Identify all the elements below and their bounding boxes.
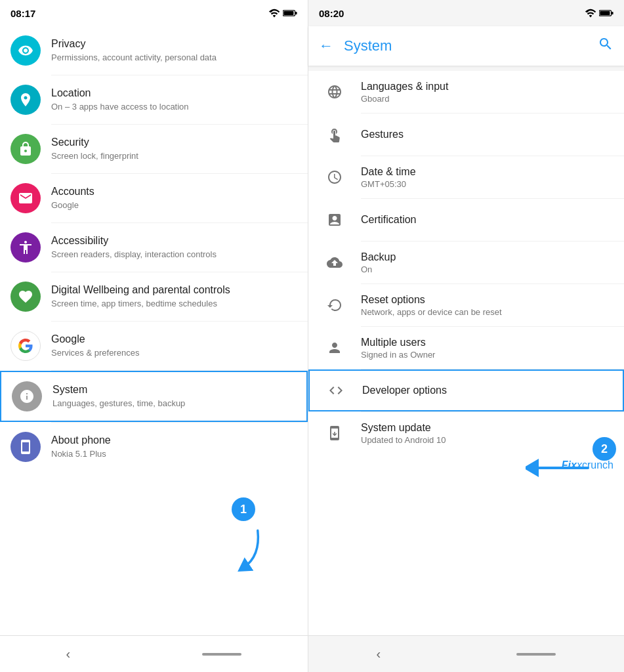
svg-rect-1 bbox=[295, 12, 297, 14]
backup-title: Backup bbox=[361, 251, 396, 263]
sysupdate-subtitle: Updated to Android 10 bbox=[361, 435, 446, 445]
accounts-subtitle: Google bbox=[51, 200, 94, 211]
settings-item-accessibility[interactable]: Accessibility Screen readers, display, i… bbox=[0, 223, 308, 272]
accessibility-subtitle: Screen readers, display, interaction con… bbox=[51, 249, 217, 261]
privacy-text: Privacy Permissions, account activity, p… bbox=[51, 37, 217, 64]
left-bottom-nav: ‹ bbox=[0, 635, 308, 672]
language-icon bbox=[322, 84, 348, 100]
left-back-button[interactable]: ‹ bbox=[66, 646, 71, 662]
right-item-multiuser[interactable]: Multiple users Signed in as Owner bbox=[308, 327, 624, 369]
settings-item-google[interactable]: Google Services & preferences bbox=[0, 322, 308, 370]
datetime-title: Date & time bbox=[361, 166, 416, 178]
settings-item-about[interactable]: About phone Nokia 5.1 Plus bbox=[0, 423, 308, 471]
right-item-certification[interactable]: Certification bbox=[308, 199, 624, 241]
right-status-bar: 08:20 bbox=[308, 0, 624, 26]
backup-icon bbox=[322, 255, 348, 270]
system-title: System bbox=[52, 383, 185, 397]
certification-icon bbox=[322, 212, 348, 228]
about-icon bbox=[18, 439, 33, 455]
left-status-bar: 08:17 bbox=[0, 0, 308, 26]
security-text: Security Screen lock, fingerprint bbox=[51, 136, 138, 162]
developer-text: Developer options bbox=[362, 385, 447, 396]
annotation-circle-2: 2 bbox=[593, 437, 616, 461]
right-back-button[interactable]: ← bbox=[319, 37, 333, 54]
system-icon-bg bbox=[12, 381, 42, 411]
settings-item-wellbeing[interactable]: Digital Wellbeing and parental controls … bbox=[0, 272, 308, 321]
datetime-subtitle: GMT+05:30 bbox=[361, 179, 416, 189]
right-time: 08:20 bbox=[319, 8, 344, 19]
wellbeing-icon-bg bbox=[10, 282, 41, 312]
right-header: ← System bbox=[308, 26, 624, 66]
certification-title: Certification bbox=[361, 214, 416, 226]
privacy-subtitle: Permissions, account activity, personal … bbox=[51, 52, 217, 64]
svg-rect-5 bbox=[612, 12, 614, 14]
right-item-reset[interactable]: Reset options Network, apps or device ca… bbox=[308, 284, 624, 326]
accessibility-title: Accessibility bbox=[51, 234, 217, 248]
wifi-icon bbox=[268, 9, 280, 18]
wellbeing-text: Digital Wellbeing and parental controls … bbox=[51, 284, 230, 310]
accessibility-text: Accessibility Screen readers, display, i… bbox=[51, 234, 217, 261]
wellbeing-subtitle: Screen time, app timers, bedtime schedul… bbox=[51, 299, 230, 310]
right-wifi-icon bbox=[585, 9, 596, 18]
system-icon bbox=[19, 388, 35, 404]
security-icon-bg bbox=[10, 134, 41, 164]
security-icon bbox=[18, 141, 33, 157]
google-title: Google bbox=[51, 333, 139, 346]
gestures-icon bbox=[322, 127, 348, 142]
gestures-title: Gestures bbox=[361, 129, 404, 140]
annotation-arrow-2 bbox=[526, 458, 591, 478]
google-icon-bg bbox=[10, 331, 41, 361]
location-title: Location bbox=[51, 87, 189, 100]
reset-text: Reset options Network, apps or device ca… bbox=[361, 294, 502, 317]
right-item-developer[interactable]: Developer options bbox=[308, 369, 624, 411]
settings-item-privacy[interactable]: Privacy Permissions, account activity, p… bbox=[0, 26, 308, 75]
location-subtitle: On – 3 apps have access to location bbox=[51, 102, 189, 113]
settings-item-accounts[interactable]: Accounts Google bbox=[0, 174, 308, 222]
google-text: Google Services & preferences bbox=[51, 333, 139, 359]
right-item-backup[interactable]: Backup On bbox=[308, 242, 624, 284]
right-item-languages[interactable]: Languages & input Gboard bbox=[308, 71, 624, 113]
left-panel: 08:17 Privacy Permissions, bbox=[0, 0, 308, 672]
right-item-datetime[interactable]: Date & time GMT+05:30 bbox=[308, 156, 624, 198]
developer-icon bbox=[323, 383, 349, 398]
right-search-button[interactable] bbox=[598, 36, 614, 56]
left-home-indicator bbox=[202, 653, 241, 656]
about-subtitle: Nokia 5.1 Plus bbox=[51, 449, 111, 460]
languages-subtitle: Gboard bbox=[361, 94, 448, 104]
accessibility-icon bbox=[18, 240, 33, 255]
eye-icon bbox=[18, 43, 33, 58]
multiuser-subtitle: Signed in as Owner bbox=[361, 350, 435, 360]
annotation-circle-1: 1 bbox=[232, 497, 255, 521]
annotation-arrow-1 bbox=[232, 528, 272, 574]
backup-text: Backup On bbox=[361, 251, 396, 274]
backup-subtitle: On bbox=[361, 264, 396, 274]
accounts-text: Accounts Google bbox=[51, 185, 94, 211]
sysupdate-text: System update Updated to Android 10 bbox=[361, 422, 446, 445]
security-subtitle: Screen lock, fingerprint bbox=[51, 151, 138, 162]
right-back-nav-button[interactable]: ‹ bbox=[377, 646, 381, 662]
datetime-text: Date & time GMT+05:30 bbox=[361, 166, 416, 189]
languages-title: Languages & input bbox=[361, 81, 448, 93]
wellbeing-title: Digital Wellbeing and parental controls bbox=[51, 284, 230, 297]
settings-item-location[interactable]: Location On – 3 apps have access to loca… bbox=[0, 75, 308, 124]
right-item-gestures[interactable]: Gestures bbox=[308, 114, 624, 156]
accounts-icon bbox=[18, 190, 33, 206]
right-item-sysupdate[interactable]: System update Updated to Android 10 bbox=[308, 412, 624, 454]
reset-subtitle: Network, apps or device can be reset bbox=[361, 307, 502, 317]
multiuser-title: Multiple users bbox=[361, 337, 435, 348]
right-settings-list: Languages & input Gboard Gestures Date &… bbox=[308, 71, 624, 635]
right-bottom-nav: ‹ bbox=[308, 635, 624, 672]
clock-icon bbox=[322, 169, 348, 185]
battery-icon bbox=[283, 9, 297, 17]
system-text: System Languages, gestures, time, backup bbox=[52, 383, 185, 410]
settings-item-security[interactable]: Security Screen lock, fingerprint bbox=[0, 125, 308, 173]
reset-title: Reset options bbox=[361, 294, 502, 306]
about-title: About phone bbox=[51, 434, 111, 448]
security-title: Security bbox=[51, 136, 138, 150]
right-home-indicator bbox=[516, 653, 556, 656]
location-text: Location On – 3 apps have access to loca… bbox=[51, 87, 189, 113]
svg-rect-2 bbox=[283, 11, 293, 15]
left-time: 08:17 bbox=[10, 8, 35, 19]
settings-item-system[interactable]: System Languages, gestures, time, backup bbox=[0, 371, 308, 422]
languages-text: Languages & input Gboard bbox=[361, 81, 448, 104]
